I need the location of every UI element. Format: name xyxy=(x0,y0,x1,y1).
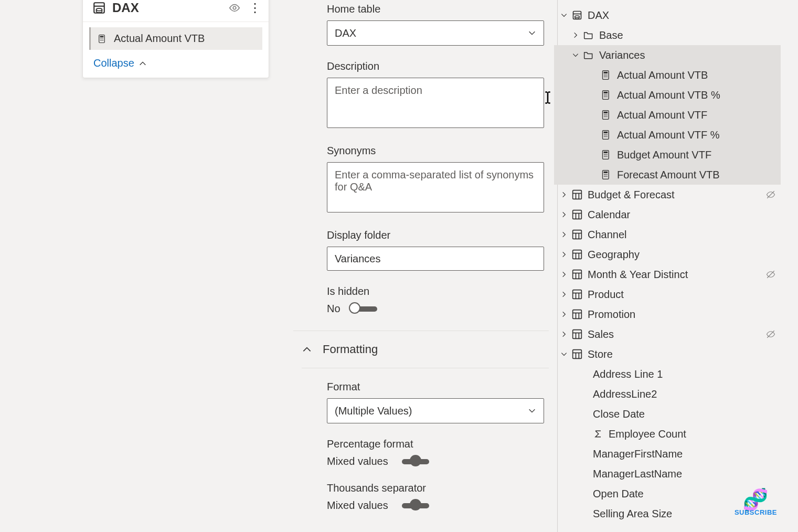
measure-icon xyxy=(601,90,612,100)
tree-table-1[interactable]: Calendar xyxy=(560,205,781,225)
percentage-toggle[interactable] xyxy=(402,459,429,464)
chevron-down-icon xyxy=(528,29,536,37)
chevron-right-icon xyxy=(560,311,568,318)
tree-label: Close Date xyxy=(593,408,775,420)
measure-icon xyxy=(601,150,612,160)
chevron-right-icon xyxy=(560,211,568,218)
description-input[interactable] xyxy=(327,78,544,128)
fields-tree: DAXBaseVariancesActual Amount VTBActual … xyxy=(560,5,781,524)
collapse-link[interactable]: Collapse xyxy=(83,50,269,71)
chevron-right-icon xyxy=(560,191,568,198)
chevron-right-icon xyxy=(560,291,568,298)
tree-label: Promotion xyxy=(588,308,775,321)
tree-label: Budget & Forecast xyxy=(588,189,766,201)
synonyms-input[interactable] xyxy=(327,162,544,212)
tree-column-0[interactable]: Address Line 1 xyxy=(560,364,781,384)
home-table-select[interactable]: DAX xyxy=(327,20,544,46)
chevron-right-icon xyxy=(560,231,568,238)
table-icon xyxy=(572,249,582,260)
tree-column-1[interactable]: AddressLine2 xyxy=(560,384,781,404)
tree-label: ManagerFirstName xyxy=(593,448,775,460)
tree-measure-3[interactable]: Actual Amount VTF % xyxy=(554,125,781,145)
selected-measure-label: Actual Amount VTB xyxy=(114,33,205,45)
table-icon xyxy=(572,269,582,280)
tree-table-2[interactable]: Channel xyxy=(560,225,781,244)
display-folder-input[interactable] xyxy=(327,247,544,271)
chevron-down-icon xyxy=(560,350,568,358)
format-label: Format xyxy=(327,381,549,393)
tree-label: Actual Amount VTF xyxy=(617,109,775,121)
tree-label: DAX xyxy=(588,9,775,22)
folder-icon xyxy=(583,50,594,60)
tree-column-2[interactable]: Close Date xyxy=(560,404,781,424)
table-icon xyxy=(572,309,582,320)
tree-column-5[interactable]: ManagerLastName xyxy=(560,464,781,484)
tree-table-4[interactable]: Month & Year Distinct xyxy=(560,264,781,284)
tree-measure-5[interactable]: Forecast Amount VTB xyxy=(554,165,781,185)
table-icon xyxy=(572,349,582,359)
tree-table-8[interactable]: Store xyxy=(560,344,781,364)
table-card: DAX ⋮ Actual Amount VTB Collapse xyxy=(82,0,269,78)
tree-label: Base xyxy=(599,29,775,41)
is-hidden-value: No xyxy=(327,303,341,315)
measure-icon xyxy=(97,34,107,44)
formatting-title: Formatting xyxy=(323,343,378,356)
measure-icon xyxy=(601,169,612,180)
dna-icon: 🧬 xyxy=(735,491,777,508)
tree-label: Address Line 1 xyxy=(593,368,775,380)
tree-measure-2[interactable]: Actual Amount VTF xyxy=(554,105,781,125)
properties-panel: Home table DAX Description Synonyms Disp… xyxy=(327,0,558,532)
percentage-format-label: Percentage format xyxy=(327,438,549,450)
home-table-label: Home table xyxy=(327,3,549,15)
tree-table-0[interactable]: Budget & Forecast xyxy=(560,185,781,205)
tree-folder-base[interactable]: Base xyxy=(560,25,781,45)
chevron-right-icon xyxy=(560,331,568,338)
table-icon xyxy=(572,329,582,339)
tree-column-4[interactable]: ManagerFirstName xyxy=(560,444,781,464)
hidden-icon xyxy=(766,270,775,279)
tree-measure-4[interactable]: Budget Amount VTF xyxy=(554,145,781,165)
tree-label: Geography xyxy=(588,249,775,261)
tree-measure-1[interactable]: Actual Amount VTB % xyxy=(554,85,781,105)
more-options-icon[interactable]: ⋮ xyxy=(249,5,261,11)
tree-measure-0[interactable]: Actual Amount VTB xyxy=(554,65,781,85)
tree-table-6[interactable]: Promotion xyxy=(560,304,781,324)
chevron-up-icon xyxy=(302,344,312,355)
table-db-icon xyxy=(92,1,106,15)
measure-icon xyxy=(601,130,612,140)
thousands-value: Mixed values xyxy=(327,499,388,512)
tree-table-5[interactable]: Product xyxy=(560,284,781,304)
tree-table-7[interactable]: Sales xyxy=(560,324,781,344)
tree-label: ManagerLastName xyxy=(593,468,775,480)
tree-label: Budget Amount VTF xyxy=(617,149,775,161)
tree-label: Store xyxy=(588,348,775,360)
tree-root-dax[interactable]: DAX xyxy=(560,5,781,25)
tree-table-3[interactable]: Geography xyxy=(560,244,781,264)
tree-column-3[interactable]: Employee Count xyxy=(560,424,781,444)
format-select[interactable]: (Multiple Values) xyxy=(327,398,544,423)
thousands-separator-label: Thousands separator xyxy=(327,482,549,494)
tree-label: AddressLine2 xyxy=(593,388,775,400)
display-folder-label: Display folder xyxy=(327,229,549,241)
thousands-toggle[interactable] xyxy=(402,503,429,508)
visibility-icon[interactable] xyxy=(229,2,240,14)
chevron-down-icon xyxy=(560,12,568,19)
tree-label: Month & Year Distinct xyxy=(588,269,766,281)
card-header: DAX ⋮ xyxy=(83,1,269,22)
card-selected-measure[interactable]: Actual Amount VTB xyxy=(89,27,262,50)
tree-label: Calendar xyxy=(588,209,775,221)
home-table-value: DAX xyxy=(335,27,356,39)
chevron-right-icon xyxy=(560,251,568,258)
tree-label: Product xyxy=(588,289,775,301)
percentage-value: Mixed values xyxy=(327,455,388,467)
subscribe-label: SUBSCRIBE xyxy=(735,508,777,516)
chevron-up-icon xyxy=(139,59,147,68)
formatting-section-header[interactable]: Formatting xyxy=(302,331,549,368)
measure-icon xyxy=(601,70,612,80)
is-hidden-toggle[interactable] xyxy=(350,306,377,312)
tree-label: Actual Amount VTB % xyxy=(617,89,775,101)
tree-folder-variances[interactable]: Variances xyxy=(554,45,781,65)
table-icon xyxy=(572,209,582,220)
chevron-down-icon xyxy=(528,407,536,415)
tree-label: Channel xyxy=(588,229,775,241)
